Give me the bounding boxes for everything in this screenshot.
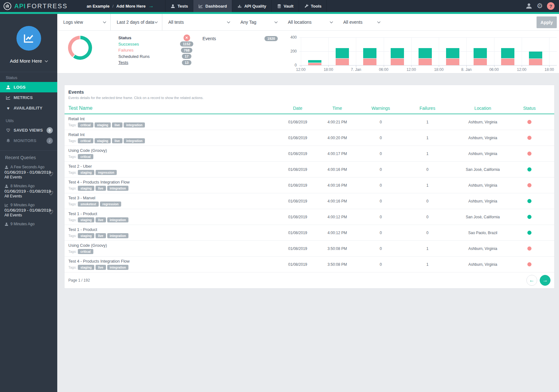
status-list: Status ✕ Successes 1152 Failures 768 Sch… bbox=[118, 35, 196, 66]
project-selector[interactable]: Add More Here bbox=[0, 58, 57, 64]
success-segment bbox=[308, 60, 321, 63]
column-header-test-name[interactable]: Test Name bbox=[65, 105, 279, 111]
table-row[interactable]: Using Code (Groovy)Tags:critical01/08/20… bbox=[65, 146, 554, 162]
recent-query-scope: All Events bbox=[4, 194, 53, 198]
heart-pulse-icon: ♥ bbox=[6, 106, 11, 111]
line-chart-icon bbox=[198, 4, 203, 9]
column-header-time[interactable]: Time bbox=[317, 106, 358, 111]
axis-tick bbox=[466, 65, 467, 67]
table-row[interactable]: Retail IntTags:criticalstagingliveintegr… bbox=[65, 130, 554, 146]
recent-query-item[interactable]: 9 Minutes Ago 01/06/2019 - 01/08/2019 Al… bbox=[0, 201, 57, 220]
recent-query-item[interactable]: 9 Minutes Ago bbox=[0, 220, 57, 227]
favorite-heart-icon[interactable]: ♡ bbox=[48, 190, 53, 197]
table-row[interactable]: Using Code (Groovy)Tags:critical01/08/20… bbox=[65, 241, 554, 257]
locations-select[interactable]: All locations bbox=[282, 14, 337, 30]
user-icon bbox=[6, 85, 11, 90]
tests-row[interactable]: Tests 13 bbox=[118, 59, 196, 66]
tag-select[interactable]: Any Tag bbox=[234, 14, 282, 30]
events-table-title: Events bbox=[68, 89, 550, 95]
nav-tab-tests[interactable]: Tests bbox=[165, 0, 193, 12]
saved-views-count-badge: 0 bbox=[47, 127, 53, 134]
failures-count-badge: 768 bbox=[181, 48, 192, 53]
column-header-location[interactable]: Location bbox=[451, 106, 514, 111]
cell-time: 3:50:08 PM bbox=[317, 262, 358, 267]
favorite-heart-icon[interactable]: ♡ bbox=[48, 209, 53, 216]
cell-date: 01/08/2019 bbox=[279, 152, 317, 156]
failure-segment bbox=[446, 59, 459, 65]
sidebar-item-monitors[interactable]: MONITORS 2 bbox=[0, 135, 57, 146]
x-axis-label: 12:00 bbox=[517, 67, 526, 72]
sidebar-item-metrics[interactable]: METRICS bbox=[0, 92, 57, 103]
column-header-failures[interactable]: Failures bbox=[404, 106, 451, 111]
table-row[interactable]: Test 1 - ProductTags:stagingliveintegrat… bbox=[65, 209, 554, 225]
help-button[interactable]: ? bbox=[547, 2, 555, 10]
table-row[interactable]: Test 3 - MarvelTags:smoketestregression0… bbox=[65, 193, 554, 209]
tag-pill: staging bbox=[78, 265, 94, 270]
cell-time: 4:00:16 PM bbox=[317, 167, 358, 172]
cell-status bbox=[514, 136, 544, 140]
column-header-status[interactable]: Status bbox=[514, 106, 544, 111]
nav-tab-dashboard[interactable]: Dashboard bbox=[193, 0, 232, 12]
tests-link[interactable]: Tests bbox=[118, 60, 177, 65]
axis-tick bbox=[549, 65, 550, 67]
sidebar-item-availability[interactable]: ♥ AVAILABILITY bbox=[0, 103, 57, 113]
breadcrumb-current[interactable]: Add More Here bbox=[116, 4, 146, 9]
nav-tab-vault[interactable]: Vault bbox=[271, 0, 299, 12]
recent-query-item[interactable]: 8 Minutes Ago 01/06/2019 - 01/08/2019 Al… bbox=[0, 182, 57, 201]
settings-gear-icon[interactable]: ⚙ bbox=[537, 3, 543, 9]
table-row[interactable]: Test 1 - ProductTags:stagingliveintegrat… bbox=[65, 225, 554, 241]
next-page-button[interactable]: → bbox=[540, 275, 550, 286]
date-range-select[interactable]: Last 2 days of data bbox=[111, 14, 162, 30]
recent-query-item[interactable]: A Few Seconds Ago 01/06/2019 - 01/08/201… bbox=[0, 163, 57, 182]
nav-tab-api-quality[interactable]: API Quality bbox=[232, 0, 271, 12]
failure-segment bbox=[419, 59, 432, 65]
sidebar-item-saved-views[interactable]: ♡ SAVED VIEWS 0 bbox=[0, 125, 57, 135]
project-avatar[interactable] bbox=[16, 26, 41, 51]
table-row[interactable]: Test 4 - Products Integration FlowTags:s… bbox=[65, 257, 554, 272]
cell-status bbox=[514, 231, 544, 235]
failures-row[interactable]: Failures 768 bbox=[118, 47, 196, 53]
table-row[interactable]: Test 4 - Products Integration FlowTags:s… bbox=[65, 177, 554, 193]
cell-status bbox=[514, 199, 544, 203]
axis-tick bbox=[301, 65, 301, 67]
cell-status bbox=[514, 262, 544, 266]
apply-button[interactable]: Apply bbox=[537, 16, 557, 28]
cell-warnings: 0 bbox=[358, 136, 404, 140]
cell-warnings: 0 bbox=[358, 231, 404, 235]
status-pass-dot bbox=[527, 231, 531, 235]
sidebar-section-status: Status bbox=[0, 72, 57, 82]
scheduled-runs-label: Scheduled Runs bbox=[118, 54, 177, 59]
vertical-gridline bbox=[411, 37, 412, 65]
nav-tab-label: Dashboard bbox=[205, 4, 227, 9]
tests-select[interactable]: All tests bbox=[162, 14, 234, 30]
tags-line: Tags:stagingliveintegration bbox=[68, 217, 279, 222]
status-pass-dot bbox=[527, 199, 531, 203]
view-select[interactable]: Logs view bbox=[57, 14, 111, 30]
status-pass-dot bbox=[527, 215, 531, 219]
top-navbar: APIFORTRESS an Example / Add More Here →… bbox=[0, 0, 559, 12]
x-axis-label: 12:00 bbox=[407, 67, 416, 72]
sidebar-item-logs[interactable]: LOGS bbox=[0, 82, 57, 92]
nav-tab-tools[interactable]: Tools bbox=[299, 0, 327, 12]
clear-status-button[interactable]: ✕ bbox=[183, 34, 190, 41]
cell-time: 4:00:16 PM bbox=[317, 183, 358, 188]
column-header-date[interactable]: Date bbox=[279, 106, 317, 111]
app-logo[interactable]: APIFORTRESS bbox=[0, 0, 72, 12]
scheduled-runs-count-badge: 17 bbox=[182, 54, 191, 59]
navbar-right-icons: ⚙ ? bbox=[525, 0, 559, 12]
successes-label: Successes bbox=[118, 42, 177, 47]
favorite-heart-icon[interactable]: ♡ bbox=[48, 171, 53, 178]
test-name: Test 1 - Product bbox=[68, 211, 279, 216]
table-row[interactable]: Test 2 - UberTags:stagingregression01/08… bbox=[65, 162, 554, 177]
table-row[interactable]: Retail IntTags:criticalstagingliveintegr… bbox=[65, 114, 554, 130]
successes-row[interactable]: Successes 1152 bbox=[118, 41, 196, 47]
prev-page-button[interactable]: ← bbox=[526, 275, 537, 286]
column-header-warnings[interactable]: Warnings bbox=[358, 106, 404, 111]
chevron-down-icon bbox=[227, 20, 230, 23]
events-select[interactable]: All events bbox=[337, 14, 385, 30]
table-body: Retail IntTags:criticalstagingliveintegr… bbox=[65, 114, 554, 272]
breadcrumb-go-arrow-icon[interactable]: → bbox=[148, 3, 154, 9]
scheduled-runs-row[interactable]: Scheduled Runs 17 bbox=[118, 53, 196, 60]
breadcrumb-project[interactable]: an Example bbox=[87, 4, 109, 9]
account-button[interactable] bbox=[525, 3, 532, 9]
